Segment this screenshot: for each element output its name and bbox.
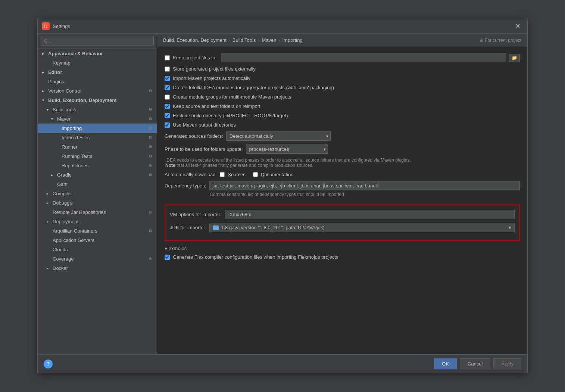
jdk-folder-icon (213, 225, 219, 230)
for-current-project: 🖥 For current project (479, 38, 521, 43)
sidebar-item-gant[interactable]: Gant (38, 180, 157, 189)
gen-flex-checkbox[interactable] (165, 255, 170, 260)
create-groups-checkbox[interactable] (165, 94, 170, 100)
sidebar-item-arq-label: Arquillian Containers (53, 228, 97, 234)
sidebar-item-gradle[interactable]: ▸ Gradle ⚙ (38, 170, 157, 180)
sidebar-item-remote-jar[interactable]: Remote Jar Repositories ⚙ (38, 208, 157, 217)
keep-source-row: Keep source and test folders on reimport (165, 103, 520, 109)
jdk-value-wrapper: 1.8 (java version "1.8.0_201", path: D:/… (213, 225, 325, 230)
expand-icon-appearance: ▸ (42, 52, 47, 56)
for-current-project-label: For current project (485, 38, 521, 43)
apply-button[interactable]: Apply (493, 358, 521, 369)
dep-types-row: Dependency types: Comma separated list o… (165, 181, 520, 201)
store-generated-checkbox[interactable] (165, 66, 170, 72)
sidebar-item-bt-label: Build Tools (53, 107, 76, 112)
exclude-build-label[interactable]: Exclude build directory (%PROJECT_ROOT%/… (173, 113, 288, 118)
vm-options-input[interactable] (225, 210, 515, 219)
highlighted-section: VM options for importer: JDK for importe… (165, 205, 520, 241)
sidebar-item-deployment[interactable]: ▸ Deployment (38, 217, 157, 226)
expand-icon-editor: ▸ (42, 70, 47, 74)
title-bar-left: IJ Settings (42, 22, 70, 30)
sidebar-item-compiler[interactable]: ▸ Compiler (38, 189, 157, 198)
expand-icon-bt: ▾ (47, 108, 51, 112)
phase-note-text: that all test-* phases firstly generate … (175, 163, 313, 168)
folder-browse-btn[interactable]: 📁 (509, 54, 520, 62)
create-groups-label[interactable]: Create module groups for multi-module Ma… (173, 94, 291, 100)
sidebar-item-editor-label: Editor (48, 69, 62, 75)
dep-types-hint: Comma separated list of dependency types… (209, 192, 520, 197)
exclude-build-checkbox[interactable] (165, 113, 170, 118)
sidebar-item-keymap[interactable]: Keymap (38, 58, 157, 68)
sidebar-item-clouds[interactable]: Clouds (38, 245, 157, 254)
keep-files-input[interactable] (221, 53, 506, 62)
sidebar-item-docker[interactable]: ▸ Docker (38, 264, 157, 273)
keep-source-checkbox[interactable] (165, 104, 170, 109)
gen-sources-dropdown[interactable]: Detect automatically Don't detect Genera… (226, 131, 331, 141)
use-maven-checkbox[interactable] (165, 122, 170, 128)
sources-label[interactable]: Sources (228, 172, 246, 177)
sidebar-item-plugins[interactable]: Plugins (38, 77, 157, 86)
expand-icon-docker: ▸ (47, 266, 51, 270)
search-input[interactable] (41, 37, 154, 46)
sidebar-item-maven[interactable]: ▾ Maven ⚙ (38, 114, 157, 124)
jdk-label: JDK for importer: (170, 225, 206, 230)
sources-checkbox[interactable] (220, 172, 225, 177)
store-generated-label[interactable]: Store generated project files externally (173, 66, 256, 72)
sidebar-item-build-exec[interactable]: ▾ Build, Execution, Deployment (38, 96, 157, 105)
sidebar-item-repos[interactable]: Repositories ⚙ (38, 161, 157, 170)
sidebar-item-ignored-files[interactable]: Ignored Files ⚙ (38, 133, 157, 142)
cancel-button[interactable]: Cancel (460, 358, 490, 369)
expand-icon-maven: ▾ (51, 117, 56, 121)
jdk-dropdown[interactable]: 1.8 (java version "1.8.0_201", path: D:/… (209, 223, 515, 232)
sidebar: ▸ Appearance & Behavior Keymap ▸ Editor … (38, 34, 157, 354)
phase-info: IDEA needs to execute one of the listed … (165, 158, 520, 168)
use-maven-row: Use Maven output directories (165, 122, 520, 128)
gen-flex-label[interactable]: Generate Flex compiler configuration fil… (173, 254, 338, 260)
import-maven-checkbox[interactable] (165, 76, 170, 81)
sidebar-item-build-tools[interactable]: ▾ Build Tools ⚙ (38, 105, 157, 114)
gear-icon-importing: ⚙ (149, 126, 152, 131)
keep-files-checkbox[interactable] (165, 55, 170, 60)
sidebar-item-appearance-label: Appearance & Behavior (48, 51, 103, 56)
close-button[interactable]: ✕ (513, 22, 523, 30)
breadcrumb-tools: Build Tools (232, 37, 256, 43)
gen-sources-label: Generated sources folders: (165, 133, 223, 139)
sidebar-item-coverage[interactable]: Coverage ⚙ (38, 254, 157, 264)
exclude-build-row: Exclude build directory (%PROJECT_ROOT%/… (165, 113, 520, 118)
phase-dropdown[interactable]: process-resources generate-sources gener… (246, 144, 328, 154)
sidebar-item-runner[interactable]: Runner ⚙ (38, 142, 157, 152)
settings-panel: Keep project files in: 📁 Store generated… (157, 47, 527, 354)
sidebar-item-debugger[interactable]: ▸ Debugger (38, 198, 157, 208)
breadcrumb-maven: Maven (262, 37, 276, 43)
expand-icon-dep: ▸ (47, 220, 51, 224)
keep-files-label[interactable]: Keep project files in: (173, 55, 216, 60)
jdk-value: 1.8 (java version "1.8.0_201", path: D:/… (221, 225, 325, 230)
use-maven-label[interactable]: Use Maven output directories (173, 122, 236, 128)
sidebar-item-running-tests[interactable]: Running Tests ⚙ (38, 152, 157, 161)
title-bar: IJ Settings ✕ (38, 19, 527, 34)
sidebar-item-app-servers[interactable]: Application Servers (38, 236, 157, 245)
docs-checkbox[interactable] (253, 172, 258, 177)
create-modules-label[interactable]: Create IntelliJ IDEA modules for aggrega… (173, 85, 334, 90)
sidebar-item-docker-label: Docker (53, 265, 68, 271)
help-button[interactable]: ? (44, 360, 53, 368)
dep-types-label: Dependency types: (165, 183, 206, 189)
sidebar-item-importing[interactable]: Importing ⚙ (38, 124, 157, 133)
sidebar-item-version-control[interactable]: ▸ Version Control ⚙ (38, 86, 157, 96)
bc-sep-3: › (278, 38, 280, 43)
create-modules-checkbox[interactable] (165, 85, 170, 90)
sidebar-item-editor[interactable]: ▸ Editor (38, 68, 157, 77)
bottom-bar: ? OK Cancel Apply (38, 354, 527, 373)
sidebar-item-compiler-label: Compiler (53, 191, 72, 196)
import-maven-label[interactable]: Import Maven projects automatically (173, 75, 250, 81)
phase-note-bold: Note (165, 163, 175, 168)
keep-source-label[interactable]: Keep source and test folders on reimport (173, 103, 260, 109)
phase-row: Phase to be used for folders update: pro… (165, 144, 520, 154)
dep-types-input[interactable] (209, 181, 520, 190)
sidebar-item-appearance[interactable]: ▸ Appearance & Behavior (38, 49, 157, 58)
sidebar-item-arquillian[interactable]: Arquillian Containers ⚙ (38, 226, 157, 236)
vm-options-row: VM options for importer: (170, 210, 515, 219)
docs-label[interactable]: Documentation (261, 172, 293, 177)
ok-button[interactable]: OK (434, 358, 457, 369)
sidebar-item-gradle-label: Gradle (57, 172, 72, 178)
